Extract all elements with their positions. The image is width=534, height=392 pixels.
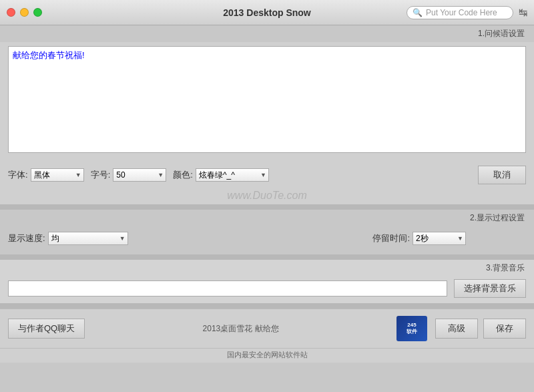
font-group: 字体: 黑体 宋体 微软雅黑 楷体 [8, 168, 84, 182]
stay-select-wrapper: 1秒 2秒 3秒 5秒 [413, 232, 466, 245]
section2-divider [0, 254, 534, 260]
size-group: 字号: 30 40 50 60 70 [91, 168, 167, 182]
select-music-button[interactable]: 选择背景音乐 [454, 279, 526, 298]
search-placeholder: Put Your Code Here [426, 8, 497, 17]
speed-select[interactable]: 慢 均 快 [48, 232, 128, 245]
section2-header: 2.显示过程设置 [0, 210, 534, 226]
size-label: 字号: [91, 169, 111, 181]
section3-header-text: 3.背景音乐 [486, 263, 525, 272]
font-label: 字体: [8, 169, 28, 181]
minimize-button[interactable] [20, 8, 29, 17]
font-select[interactable]: 黑体 宋体 微软雅黑 楷体 [31, 168, 84, 182]
section3-content: 选择背景音乐 [0, 275, 534, 303]
controls-row: 字体: 黑体 宋体 微软雅黑 楷体 字号: 30 40 50 60 70 颜色: [0, 160, 534, 188]
badge-text: 245软件 [407, 322, 417, 335]
badge-area: 245软件 [396, 316, 427, 341]
section1-header-text: 1.问候语设置 [478, 29, 525, 38]
close-button[interactable] [7, 8, 15, 17]
color-group: 颜色: 炫春绿^_^ 红色 蓝色 黑色 白色 [173, 168, 269, 182]
font-select-wrapper: 黑体 宋体 微软雅黑 楷体 [31, 168, 84, 182]
stay-label: 停留时间: [372, 232, 410, 244]
section3-header: 3.背景音乐 [0, 260, 534, 275]
section3-divider [0, 303, 534, 309]
color-select[interactable]: 炫春绿^_^ 红色 蓝色 黑色 白色 [196, 168, 269, 182]
save-button[interactable]: 保存 [483, 319, 526, 339]
color-select-wrapper: 炫春绿^_^ 红色 蓝色 黑色 白色 [196, 168, 269, 182]
search-icon: 🔍 [413, 8, 423, 17]
search-box[interactable]: 🔍 Put Your Code Here [407, 6, 513, 19]
color-label: 颜色: [173, 169, 193, 181]
bottom-bar: 与作者QQ聊天 2013桌面雪花 献给您 245软件 高级 保存 [0, 309, 534, 348]
size-select-wrapper: 30 40 50 60 70 [113, 168, 166, 182]
watermark: www.DuoTe.com [0, 188, 534, 204]
badge-logo: 245软件 [396, 316, 427, 341]
title-bar: 2013 Desktop Snow 🔍 Put Your Code Here ↹ [0, 0, 534, 25]
footer: 国内最安全的网站软件站 [0, 348, 534, 363]
window-title: 2013 Desktop Snow [223, 7, 311, 18]
textarea-section [0, 42, 534, 160]
music-path-input[interactable] [8, 280, 447, 297]
title-bar-right: 🔍 Put Your Code Here ↹ [407, 6, 527, 19]
bottom-right-buttons: 245软件 高级 保存 [396, 316, 526, 341]
section1-header: 1.问候语设置 [0, 25, 534, 42]
section-divider [0, 204, 534, 210]
advanced-button[interactable]: 高级 [435, 319, 478, 339]
speed-label: 显示速度: [8, 232, 45, 244]
stay-group: 停留时间: 1秒 2秒 3秒 5秒 [372, 232, 466, 245]
music-row: 选择背景音乐 [8, 279, 526, 298]
speed-group: 显示速度: 慢 均 快 [8, 232, 128, 245]
window-controls [7, 8, 42, 17]
maximize-button[interactable] [33, 8, 42, 17]
cancel-button[interactable]: 取消 [478, 166, 526, 184]
speed-select-wrapper: 慢 均 快 [48, 232, 128, 245]
section2-controls: 显示速度: 慢 均 快 停留时间: 1秒 2秒 3秒 5秒 [0, 226, 534, 254]
stay-select[interactable]: 1秒 2秒 3秒 5秒 [413, 232, 466, 245]
size-select[interactable]: 30 40 50 60 70 [113, 168, 166, 182]
section2-header-text: 2.显示过程设置 [470, 213, 525, 222]
message-textarea[interactable] [8, 46, 526, 153]
footer-text: 国内最安全的网站软件站 [227, 351, 308, 359]
restore-button[interactable]: ↹ [519, 6, 527, 19]
bottom-center-text: 2013桌面雪花 献给您 [91, 323, 390, 335]
qq-chat-button[interactable]: 与作者QQ聊天 [8, 319, 85, 339]
